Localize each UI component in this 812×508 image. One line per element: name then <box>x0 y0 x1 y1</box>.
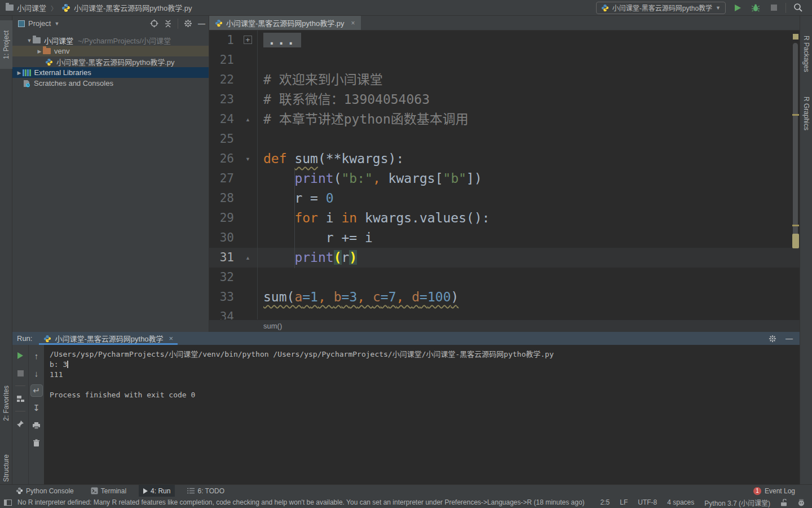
print-icon[interactable] <box>30 419 43 432</box>
restore-layout-icon[interactable] <box>14 392 27 405</box>
sidebar-item-r-packages-stripe[interactable]: R Packages <box>800 28 812 79</box>
breadcrumb-function[interactable]: sum() <box>263 322 282 330</box>
fold-marker-icon[interactable]: + <box>239 30 258 50</box>
project-panel-title[interactable]: Project <box>28 19 51 28</box>
close-tab-icon[interactable]: × <box>351 19 355 27</box>
event-log-label[interactable]: Event Log <box>765 487 795 495</box>
unfold-icon[interactable]: + <box>244 36 252 44</box>
tree-item-scratches[interactable]: Scratches and Consoles <box>12 78 209 89</box>
collapsed-arrow-icon[interactable]: ▶ <box>36 49 43 54</box>
code-line[interactable]: 28 r = 0 <box>209 189 800 208</box>
sidebar-item-project-stripe[interactable]: 1: Project <box>0 20 12 69</box>
gutter-spacer <box>239 50 258 70</box>
run-console-output[interactable]: /Users/ysp/PycharmProjects/小闫课堂/venv/bin… <box>44 345 800 484</box>
event-log-badge[interactable]: 1 <box>753 487 761 495</box>
search-everywhere-icon[interactable] <box>792 2 804 14</box>
line-ending[interactable]: LF <box>620 498 628 506</box>
tree-item-external-libraries[interactable]: ▶ External Libraries <box>12 67 209 78</box>
run-tab[interactable]: 小闫课堂-黑客云源码网pytho教学 × <box>39 332 178 345</box>
breadcrumb-file[interactable]: 小闫课堂-黑客云源码网pytho教学.py <box>74 2 192 13</box>
gear-icon[interactable] <box>184 19 192 28</box>
code-line[interactable]: 22# 欢迎来到小闫课堂 <box>209 70 800 90</box>
toolwindow-toggle-icon[interactable] <box>4 500 12 506</box>
stop-process-button[interactable] <box>14 367 27 379</box>
pin-tab-icon[interactable] <box>14 418 27 430</box>
code-line[interactable]: 1+... <box>209 30 800 50</box>
code-line[interactable]: 21 <box>209 50 800 70</box>
code-line[interactable]: 25 <box>209 129 800 149</box>
editor-scrollbar[interactable] <box>792 30 800 319</box>
code-line[interactable]: 30 r += i <box>209 228 800 248</box>
tree-item-root[interactable]: ▼ 小闫课堂 ~/PycharmProjects/小闫课堂 <box>12 35 209 46</box>
close-tab-icon[interactable]: × <box>169 334 174 343</box>
code-line[interactable]: 34 <box>209 307 800 319</box>
file-encoding[interactable]: UTF-8 <box>638 498 657 506</box>
soft-wrap-icon[interactable]: ↵ <box>30 384 43 397</box>
prev-occurrence-icon[interactable]: ↑ <box>30 349 43 362</box>
gutter-spacer <box>239 307 258 319</box>
fold-marker-icon[interactable]: ▴ <box>239 248 258 268</box>
editor-area: 小闫课堂-黑客云源码网pytho教学.py × 1+...2122# 欢迎来到小… <box>209 16 800 332</box>
run-configuration-select[interactable]: 小闫课堂-黑客云源码网pytho教学 ▼ <box>596 2 726 14</box>
code-text <box>258 307 263 319</box>
tree-item-venv[interactable]: ▶ venv <box>12 46 209 56</box>
collapsed-arrow-icon[interactable]: ▶ <box>16 70 23 76</box>
console-line: Process finished with exit code 0 <box>50 390 800 400</box>
locate-file-icon[interactable] <box>150 19 158 28</box>
expanded-arrow-icon[interactable]: ▼ <box>26 38 33 43</box>
editor-lines: 1+...2122# 欢迎来到小闫课堂23# 联系微信：139040540632… <box>209 30 800 319</box>
sidebar-item-r-graphics-stripe[interactable]: R Graphics <box>800 88 812 139</box>
scroll-to-end-icon[interactable]: ↧ <box>30 402 43 414</box>
left-tool-stripe: 1: Project 2: Favorites 7: Structure <box>0 16 12 497</box>
inspection-indicator-icon[interactable] <box>793 34 798 40</box>
tree-item-python-file[interactable]: 小闫课堂-黑客云源码网pytho教学.py <box>12 56 209 67</box>
code-line[interactable]: 24▴# 本章节讲述python函数基本调用 <box>209 110 800 129</box>
warning-stripe-mark[interactable] <box>792 234 799 248</box>
clear-all-icon[interactable] <box>30 437 43 449</box>
toolwindow-python-console[interactable]: Python Console <box>11 485 78 497</box>
next-occurrence-icon[interactable]: ↓ <box>30 367 43 379</box>
scrollbar-thumb[interactable] <box>793 43 798 246</box>
interpreter-setting[interactable]: Python 3.7 (小闫课堂) <box>704 498 770 507</box>
hide-panel-icon[interactable]: — <box>785 334 793 343</box>
chevron-down-icon[interactable]: ▼ <box>54 21 59 27</box>
toolwindow-todo[interactable]: 6: TODO <box>183 485 229 497</box>
warning-stripe-mark[interactable] <box>792 225 799 226</box>
status-message[interactable]: No R interpreter defined: Many R related… <box>17 498 585 506</box>
console-line: /Users/ysp/PycharmProjects/小闫课堂/venv/bin… <box>50 349 800 360</box>
code-line[interactable]: 27 print("b:", kwargs["b"]) <box>209 169 800 189</box>
code-token: # 本章节讲述python函数基本调用 <box>263 112 469 126</box>
code-text: sum(a=1, b=3, c=7, d=100) <box>258 287 458 307</box>
breadcrumb-separator-icon: 〉 <box>50 3 58 12</box>
unlock-icon[interactable] <box>780 499 787 506</box>
sidebar-item-favorites-stripe[interactable]: 2: Favorites <box>0 377 12 429</box>
caret-position[interactable]: 2:5 <box>601 498 610 506</box>
warning-stripe-mark[interactable] <box>792 114 799 116</box>
folded-region[interactable]: ... <box>263 33 301 47</box>
code-editor[interactable]: 1+...2122# 欢迎来到小闫课堂23# 联系微信：139040540632… <box>209 30 800 319</box>
editor-tab[interactable]: 小闫课堂-黑客云源码网pytho教学.py × <box>209 16 361 30</box>
breadcrumb-project[interactable]: 小闫课堂 <box>17 2 46 13</box>
collapse-all-icon[interactable] <box>164 20 172 28</box>
code-line[interactable]: 33sum(a=1, b=3, c=7, d=100) <box>209 287 800 307</box>
toolwindow-run[interactable]: 4: Run <box>139 485 175 497</box>
code-line[interactable]: 23# 联系微信：13904054063 <box>209 90 800 110</box>
code-line[interactable]: 31▴ print(r) <box>209 248 800 268</box>
rerun-button[interactable] <box>14 349 27 362</box>
gear-icon[interactable] <box>769 335 776 343</box>
code-line[interactable]: 29 for i in kwargs.values(): <box>209 208 800 228</box>
debug-button[interactable] <box>749 2 762 14</box>
stop-button[interactable] <box>767 2 780 14</box>
indent-setting[interactable]: 4 spaces <box>667 498 694 506</box>
code-line[interactable]: 26▾def sum(**kwargs): <box>209 149 800 169</box>
code-token: , <box>373 171 381 186</box>
fold-marker-icon[interactable]: ▾ <box>239 149 258 169</box>
toolwindow-terminal[interactable]: Terminal <box>86 485 131 497</box>
hide-panel-icon[interactable]: — <box>198 19 205 28</box>
run-panel-header: Run: 小闫课堂-黑客云源码网pytho教学 × — <box>12 332 800 345</box>
fold-marker-icon[interactable]: ▴ <box>239 110 258 129</box>
inspection-profile-icon[interactable] <box>797 499 805 506</box>
run-button[interactable] <box>731 2 744 14</box>
code-token: = <box>381 290 389 304</box>
code-line[interactable]: 32 <box>209 268 800 287</box>
